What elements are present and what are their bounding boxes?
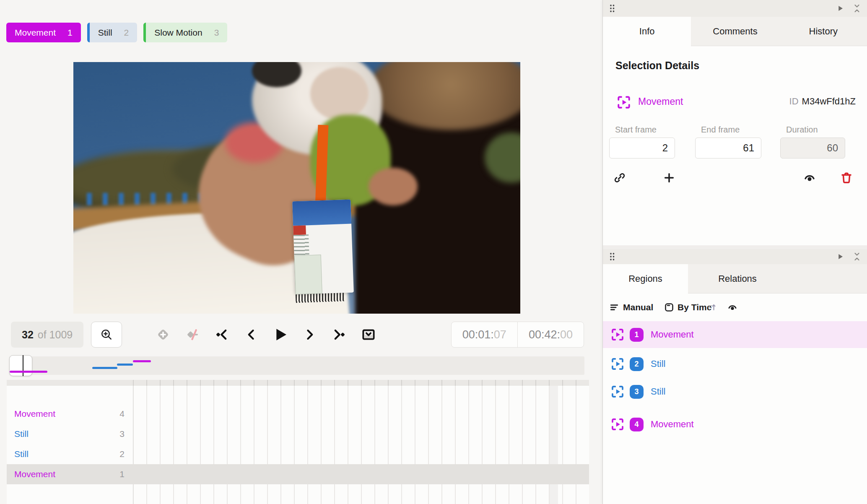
id-value: M34wFfd1hZ [802, 96, 856, 107]
tab-comments-label: Comments [713, 26, 757, 37]
region-row-2-still[interactable]: 2 Still [603, 353, 867, 375]
chip-movement-hotkey: 1 [67, 28, 73, 38]
chip-slow-motion-label: Slow Motion [154, 28, 202, 38]
region-label: Movement [651, 329, 694, 340]
by-time-icon[interactable] [664, 302, 674, 312]
track-row-movement-1[interactable]: Movement 1 [7, 464, 589, 484]
region-row-3-still[interactable]: 3 Still [603, 381, 867, 403]
add-keyframe-button[interactable] [152, 324, 174, 346]
filter-mode-label[interactable]: Manual [623, 302, 653, 312]
selection-type-label: Movement [638, 96, 683, 107]
minimap-track[interactable] [9, 356, 584, 375]
collapse-panel-icon[interactable] [853, 252, 861, 262]
link-relation-button[interactable] [612, 170, 627, 185]
duration-label: Duration [786, 125, 818, 135]
region-label: Movement [651, 419, 694, 430]
track-row-still-2[interactable]: Still 2 [7, 444, 589, 464]
total-time-mmss: 00:42: [529, 328, 560, 341]
diamond-plus-icon [156, 327, 170, 342]
previous-frame-button[interactable] [240, 324, 262, 346]
region-label: Still [651, 359, 665, 369]
tabs-filler [787, 264, 867, 293]
next-frame-button[interactable] [299, 324, 321, 346]
hand-region [369, 168, 418, 205]
previous-keyframe-button[interactable] [211, 324, 233, 346]
selection-id: IDM34wFfd1hZ [789, 96, 856, 107]
delete-selection-button[interactable] [839, 170, 854, 185]
minimap-segment [92, 367, 117, 369]
track-number: 1 [97, 469, 125, 479]
start-frame-input[interactable] [609, 138, 675, 158]
badge-barcode [295, 293, 344, 303]
timeline-panel: Movement 4 Still 3 Still 2 Movement 1 [7, 386, 589, 504]
drag-handle-icon[interactable] [609, 252, 615, 262]
segment-icon [610, 384, 625, 399]
tab-info[interactable]: Info [603, 17, 691, 46]
tab-relations-label: Relations [718, 273, 757, 284]
total-time: 00:42:00 [517, 322, 584, 347]
filter-icon[interactable] [610, 303, 619, 312]
toggle-visibility-button[interactable] [802, 170, 817, 185]
region-number-badge: 2 [630, 357, 644, 371]
chip-slow-motion[interactable]: Slow Motion 3 [143, 23, 227, 42]
end-frame-input[interactable] [695, 138, 761, 158]
panel-header-icons [836, 252, 861, 262]
timeline-ruler [7, 380, 589, 386]
tab-regions-label: Regions [628, 273, 662, 284]
video-frame[interactable] [73, 62, 520, 314]
track-number: 3 [97, 429, 125, 439]
track-row-movement-4[interactable]: Movement 4 [7, 404, 589, 424]
tab-history-label: History [809, 26, 838, 37]
add-attribute-button[interactable] [662, 170, 677, 185]
region-row-4-movement[interactable]: 4 Movement [603, 413, 867, 435]
regions-panel-header [603, 249, 867, 264]
collapse-panel-icon[interactable] [853, 3, 861, 13]
track-row-still-3[interactable]: Still 3 [7, 424, 589, 444]
selection-details-section: Selection Details Movement IDM34wFfd1hZ … [603, 46, 867, 245]
tab-regions[interactable]: Regions [603, 264, 688, 293]
track-label: Still [7, 449, 97, 459]
drag-handle-icon[interactable] [609, 3, 615, 13]
tab-history[interactable]: History [779, 17, 867, 46]
tab-info-label: Info [639, 26, 655, 37]
play-button[interactable] [270, 324, 291, 346]
region-row-1-movement[interactable]: 1 Movement [603, 321, 867, 348]
opossum-face [310, 67, 369, 120]
right-panel: Info Comments History Selection Details … [602, 0, 867, 504]
chip-still[interactable]: Still 2 [87, 23, 138, 42]
segment-icon [610, 327, 625, 342]
chevron-right-icon [303, 328, 317, 341]
current-frame: 32 [22, 329, 34, 341]
segment-icon [610, 417, 625, 431]
current-time-mmss: 00:01: [462, 328, 494, 341]
magnifier-plus-icon [100, 328, 113, 341]
selection-actions [603, 169, 867, 187]
badge-header [292, 200, 351, 226]
next-keyframe-button[interactable] [328, 324, 350, 346]
diamond-slash-icon [185, 327, 200, 342]
play-icon [272, 326, 289, 343]
toggle-all-visibility-icon[interactable] [727, 302, 738, 313]
track-number: 2 [97, 449, 125, 459]
next-keyframe-icon [332, 327, 346, 342]
duration-input [780, 138, 845, 158]
video-annotation-app: { "colors": { "magenta": "#c516e2", "blu… [0, 0, 867, 504]
timeline-panel-toggle-button[interactable] [358, 324, 379, 346]
tab-relations[interactable]: Relations [688, 264, 787, 293]
chip-movement[interactable]: Movement 1 [6, 23, 81, 42]
track-label: Movement [7, 469, 97, 479]
minimap-playhead[interactable] [23, 355, 23, 376]
remove-keyframe-button[interactable] [182, 324, 203, 346]
sort-direction-icon[interactable] [707, 302, 717, 312]
panel-run-icon[interactable] [836, 5, 844, 12]
frame-counter: 32 of 1009 [11, 322, 83, 348]
region-label: Still [651, 386, 665, 397]
segment-icon [610, 357, 625, 371]
main-area: Movement 1 Still 2 Slow Motion 3 [0, 0, 602, 504]
region-number-badge: 1 [630, 328, 644, 342]
timeline-zoom-button[interactable] [91, 322, 122, 348]
tab-comments[interactable]: Comments [691, 17, 779, 46]
panel-run-icon[interactable] [836, 253, 844, 260]
regions-panel-tabs: Regions Relations [603, 264, 867, 294]
minimap-window-handle[interactable] [9, 355, 32, 376]
